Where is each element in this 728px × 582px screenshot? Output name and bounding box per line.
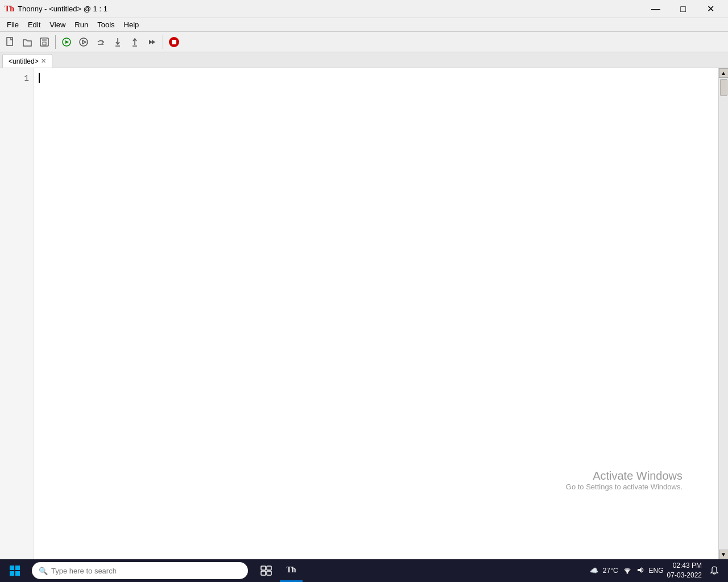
menu-edit[interactable]: Edit bbox=[23, 18, 45, 31]
menu-bar: File Edit View Run Tools Help bbox=[0, 18, 728, 32]
save-button[interactable] bbox=[36, 34, 52, 50]
svg-rect-19 bbox=[10, 571, 14, 576]
stop-button[interactable] bbox=[166, 34, 182, 50]
taskview-button[interactable] bbox=[255, 559, 278, 582]
close-button[interactable]: ✕ bbox=[697, 0, 723, 18]
run-button[interactable] bbox=[59, 34, 75, 50]
app-icon: Th bbox=[5, 5, 14, 14]
editor-container: <untitled> ✕ 1 ▲ ▼ bbox=[0, 52, 728, 559]
svg-rect-0 bbox=[7, 38, 13, 45]
search-bar[interactable]: 🔍 bbox=[32, 562, 248, 579]
notification-button[interactable] bbox=[705, 559, 723, 582]
editor-tab-bar: <untitled> ✕ bbox=[0, 52, 728, 68]
system-icons: ☁️ 27°C ENG bbox=[590, 566, 664, 576]
pinned-apps: Th bbox=[255, 559, 303, 582]
svg-rect-18 bbox=[15, 566, 20, 570]
svg-point-25 bbox=[626, 572, 628, 573]
text-cursor bbox=[39, 73, 40, 83]
sound-icon bbox=[636, 566, 644, 576]
language-indicator: ENG bbox=[649, 567, 664, 575]
menu-run[interactable]: Run bbox=[70, 18, 93, 31]
editor-scrollbar[interactable]: ▲ ▼ bbox=[718, 68, 728, 559]
cursor-line bbox=[39, 73, 714, 83]
step-over-button[interactable] bbox=[93, 34, 109, 50]
resume-button[interactable] bbox=[144, 34, 160, 50]
window-title: Thonny - <untitled> @ 1 : 1 bbox=[18, 5, 107, 13]
scroll-up-button[interactable]: ▲ bbox=[719, 68, 729, 78]
clock-time: 02:43 PM bbox=[667, 561, 702, 571]
svg-rect-23 bbox=[261, 571, 266, 575]
toolbar bbox=[0, 32, 728, 52]
scroll-track bbox=[719, 78, 728, 550]
taskbar: 🔍 Th ☁️ 27°C ENG 02:43 PM 0 bbox=[0, 559, 728, 582]
svg-marker-7 bbox=[82, 40, 86, 44]
debug-button[interactable] bbox=[76, 34, 92, 50]
window-controls: — □ ✕ bbox=[643, 0, 723, 18]
svg-rect-17 bbox=[10, 566, 14, 570]
step-into-button[interactable] bbox=[110, 34, 126, 50]
scroll-down-button[interactable]: ▼ bbox=[719, 550, 729, 559]
separator1 bbox=[55, 35, 56, 49]
editor-tab-untitled[interactable]: <untitled> ✕ bbox=[2, 54, 52, 68]
menu-tools[interactable]: Tools bbox=[93, 18, 119, 31]
menu-view[interactable]: View bbox=[45, 18, 70, 31]
svg-rect-16 bbox=[172, 40, 176, 44]
code-editor[interactable] bbox=[34, 68, 718, 559]
tab-close-button[interactable]: ✕ bbox=[41, 57, 46, 65]
new-button[interactable] bbox=[2, 34, 18, 50]
taskbar-right: ☁️ 27°C ENG 02:43 PM 07-03-2022 bbox=[590, 559, 728, 582]
menu-file[interactable]: File bbox=[2, 18, 23, 31]
svg-marker-14 bbox=[152, 40, 155, 44]
network-icon bbox=[623, 566, 632, 576]
svg-marker-26 bbox=[638, 567, 642, 573]
editor-area[interactable]: 1 ▲ ▼ bbox=[0, 68, 728, 559]
separator2 bbox=[163, 35, 163, 49]
svg-marker-5 bbox=[65, 40, 69, 44]
scroll-thumb[interactable] bbox=[720, 79, 727, 96]
svg-rect-24 bbox=[267, 571, 271, 575]
open-button[interactable] bbox=[19, 34, 35, 50]
clock[interactable]: 02:43 PM 07-03-2022 bbox=[667, 561, 702, 580]
start-button[interactable] bbox=[0, 559, 30, 582]
svg-rect-2 bbox=[42, 38, 47, 41]
minimize-button[interactable]: — bbox=[643, 0, 669, 18]
thonny-taskbar-button[interactable]: Th bbox=[280, 559, 303, 582]
clock-date: 07-03-2022 bbox=[667, 571, 702, 580]
svg-rect-21 bbox=[261, 566, 266, 570]
tab-label: <untitled> bbox=[9, 57, 39, 65]
maximize-button[interactable]: □ bbox=[670, 0, 696, 18]
search-icon: 🔍 bbox=[39, 567, 48, 575]
svg-rect-20 bbox=[15, 571, 20, 576]
menu-help[interactable]: Help bbox=[119, 18, 144, 31]
line-numbers: 1 bbox=[0, 68, 34, 559]
weather-icon: ☁️ bbox=[590, 567, 598, 575]
title-bar: Th Thonny - <untitled> @ 1 : 1 — □ ✕ bbox=[0, 0, 728, 18]
svg-rect-3 bbox=[43, 42, 46, 45]
search-input[interactable] bbox=[51, 567, 241, 575]
line-number-1: 1 bbox=[0, 73, 29, 84]
svg-rect-22 bbox=[267, 566, 271, 570]
weather-temp: 27°C bbox=[603, 567, 618, 575]
step-out-button[interactable] bbox=[127, 34, 143, 50]
